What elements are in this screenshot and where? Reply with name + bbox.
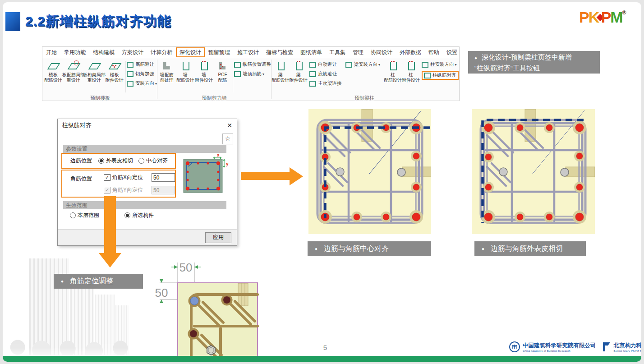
- dialog-title: 柱纵筋对齐: [62, 121, 92, 129]
- slab-accessory-design-icon: [109, 60, 120, 71]
- slab-rebar-design-icon: [47, 60, 59, 71]
- tab-scheme-design[interactable]: 方案设计: [118, 47, 147, 57]
- radio-icon[interactable]: [138, 158, 144, 164]
- tab-help[interactable]: 帮助: [425, 47, 443, 57]
- checkbox-icon[interactable]: ✓: [104, 174, 110, 181]
- btn-beam-install-direction[interactable]: 梁安装方向▾: [345, 61, 381, 68]
- wall-rebar-preprocess-icon: [161, 60, 173, 71]
- btn-install-direction[interactable]: 安装方向▾: [127, 80, 157, 87]
- bullet-icon: ●: [474, 55, 477, 60]
- bottom-bar-avoid-icon: [127, 62, 133, 68]
- page-title: 2.2新增柱纵筋对齐功能: [25, 12, 171, 31]
- render-center-align-image: [308, 109, 431, 234]
- btn-column-install-direction[interactable]: 柱安装方向▾: [422, 61, 459, 68]
- btn-pcf-rebar[interactable]: PCF配筋: [213, 58, 232, 83]
- btn-wall-accessory-design[interactable]: 墙附件设计: [195, 58, 213, 83]
- radio-outer-surface-tangent[interactable]: 外表皮相切: [98, 157, 133, 165]
- chevron-down-icon: ▾: [262, 72, 264, 76]
- caption-corner-adjust: ●角筋定位调整: [54, 274, 143, 289]
- btn-slab-rebar-design[interactable]: 楼板配筋设计: [43, 58, 63, 83]
- btn-longitudinal-bar-position-adjust[interactable]: 纵筋位置调整: [234, 61, 271, 68]
- favorite-star-icon[interactable]: ☆: [222, 134, 233, 144]
- btn-slab-rebar-partial-redesign[interactable]: 板配筋局部重设计: [63, 58, 84, 83]
- btn-bottom-bar-avoid-slab[interactable]: 底筋避让: [127, 61, 157, 68]
- tab-structure-modeling[interactable]: 结构建模: [89, 47, 118, 57]
- btn-wall-top-insert-bar[interactable]: 墙顶插筋▾: [234, 71, 271, 77]
- logo-letter: M: [610, 9, 622, 26]
- group-label-precast-slab: 预制楼板: [43, 95, 157, 101]
- chevron-down-icon: ▾: [455, 63, 457, 67]
- btn-label: 附件设计: [290, 78, 308, 83]
- bullet-icon: ●: [315, 246, 317, 251]
- apply-button[interactable]: 应用: [205, 232, 231, 243]
- btn-chamfer-strengthen[interactable]: 切角加强: [127, 71, 157, 77]
- side-bar-position-label: 边筋位置: [70, 157, 92, 165]
- tab-start[interactable]: 开始: [42, 47, 60, 57]
- slab-rebar-partial-redesign-icon: [68, 60, 79, 71]
- tab-construction-design[interactable]: 施工设计: [234, 47, 262, 57]
- btn-column-longitudinal-bar-align[interactable]: 柱纵筋对齐: [422, 71, 459, 80]
- btn-label: 板配筋局部: [62, 72, 85, 78]
- glory-pkpm-logo: 北京构力科技有限公司 Beijing Glory PKPM Technology…: [602, 341, 642, 353]
- logo-letter: P: [579, 9, 589, 26]
- radio-current-floor-range[interactable]: 本层范围: [70, 212, 99, 219]
- btn-slab-truss-partial-redesign[interactable]: 板桁架局部重设计: [84, 58, 105, 83]
- btn-label: 附件设计: [195, 78, 213, 83]
- radio-icon[interactable]: [98, 158, 104, 164]
- tab-common-functions[interactable]: 常用功能: [60, 47, 89, 57]
- tab-reserved-embedded[interactable]: 预留预埋: [205, 47, 234, 57]
- axis-y-label: y: [226, 161, 229, 166]
- column-install-direction-icon: [422, 62, 428, 68]
- tab-deepening-design[interactable]: 深化设计: [176, 47, 205, 57]
- tab-metrics-check[interactable]: 指标与检查: [262, 47, 297, 57]
- btn-column-accessory-design[interactable]: 柱附件设计: [402, 58, 420, 83]
- btn-wall-rebar-design[interactable]: 墙配筋设计: [176, 58, 194, 83]
- ribbon-group-precast-wall: 墙配筋前处理 墙配筋设计 墙附件设计 PCF配筋 纵筋位置调整 墙顶插筋▾ 预制…: [157, 58, 271, 101]
- checkbox-corner-y-position: ✓角筋Y向定位: [104, 186, 143, 194]
- dialog-titlebar[interactable]: 柱纵筋对齐 ✕: [58, 119, 237, 132]
- ribbon-group-precast-slab: 楼板配筋设计 板配筋局部重设计 板桁架局部重设计 楼板附件设计 底筋避让 切角加…: [43, 58, 157, 101]
- btn-column-rebar-design[interactable]: 柱配筋设计: [384, 58, 402, 83]
- pcf-rebar-icon: [216, 60, 228, 71]
- cabr-logo: 中国建筑科学研究院有限公司 China Academy of Building …: [509, 341, 596, 353]
- btn-label: 重设计: [83, 78, 106, 83]
- corner-bar-position-label: 角筋位置: [70, 175, 92, 183]
- corner-x-offset-input[interactable]: [152, 173, 175, 182]
- btn-main-secondary-beam-connect[interactable]: 主次梁连接: [309, 80, 342, 87]
- ribbon-group-precast-beam-column: 梁配筋设计 梁附件设计 自动避让 底筋避让 主次梁连接 梁安装方向▾ 柱配筋设计…: [271, 58, 457, 101]
- render-surface-tangent-image: [472, 109, 595, 234]
- pkpm-logo: PK◆PM®: [579, 9, 626, 26]
- btn-auto-avoid[interactable]: 自动避让: [309, 61, 342, 68]
- slab-truss-partial-redesign-icon: [88, 60, 100, 71]
- column-accessory-design-icon: [405, 60, 417, 71]
- tab-settings[interactable]: 设置: [443, 47, 461, 57]
- btn-label: 墙: [195, 72, 213, 78]
- radio-center-align[interactable]: 中心对齐: [138, 157, 168, 165]
- radio-selected-members[interactable]: 所选构件: [124, 212, 154, 219]
- tab-toolset[interactable]: 工具集: [326, 47, 349, 57]
- ribbon-body: 楼板配筋设计 板配筋局部重设计 板桁架局部重设计 楼板附件设计 底筋避让 切角加…: [42, 58, 459, 101]
- wall-top-insert-bar-icon: [234, 71, 241, 77]
- btn-label: 梁: [271, 72, 290, 78]
- arrow-right-icon: [241, 167, 304, 185]
- tab-drawing-list[interactable]: 图纸清单: [297, 47, 326, 57]
- radio-icon[interactable]: [124, 212, 130, 218]
- btn-label: 柱: [384, 72, 402, 78]
- tab-external-data[interactable]: 外部数据: [396, 47, 425, 57]
- btn-wall-rebar-preprocess[interactable]: 墙配筋前处理: [157, 58, 176, 83]
- btn-beam-rebar-design[interactable]: 梁配筋设计: [271, 58, 290, 83]
- tab-collaborative-design[interactable]: 协同设计: [367, 47, 396, 57]
- tab-manage[interactable]: 管理: [349, 47, 367, 57]
- btn-bottom-bar-avoid-beam[interactable]: 底筋避让: [309, 71, 342, 77]
- btn-label: 配筋设计: [384, 78, 402, 83]
- checkbox-corner-x-position[interactable]: ✓角筋X向定位: [104, 174, 143, 181]
- radio-icon[interactable]: [70, 212, 76, 218]
- footer-logos: 中国建筑科学研究院有限公司 China Academy of Building …: [509, 341, 641, 353]
- btn-slab-accessory-design[interactable]: 楼板附件设计: [105, 58, 124, 83]
- dialog-bottom-bar: 应用: [58, 229, 237, 245]
- btn-label: 前处理: [160, 78, 174, 83]
- btn-beam-accessory-design[interactable]: 梁附件设计: [290, 58, 308, 83]
- tab-calculation-analysis[interactable]: 计算分析: [147, 47, 176, 57]
- close-icon[interactable]: ✕: [227, 122, 232, 129]
- caption-center-align: ●边筋与角筋中心对齐: [308, 241, 431, 256]
